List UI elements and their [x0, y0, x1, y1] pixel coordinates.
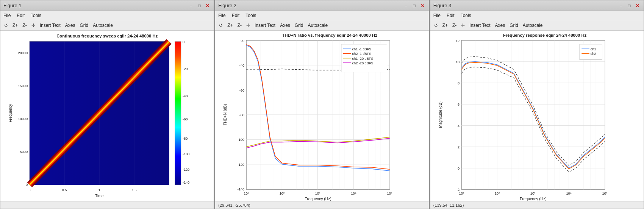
- svg-text:12: 12: [456, 39, 460, 43]
- figure3-pan-button[interactable]: ✛: [460, 23, 466, 28]
- figure3-autoscale-button[interactable]: Autoscale: [522, 23, 544, 28]
- svg-text:10⁴: 10⁴: [351, 192, 356, 195]
- yaxis-label-20000: 20000: [18, 51, 28, 55]
- svg-text:10⁵: 10⁵: [387, 192, 392, 195]
- figure2-rotate-icon[interactable]: ↺: [218, 23, 224, 28]
- figure1-zoomout-button[interactable]: Z-: [22, 23, 27, 28]
- svg-text:-20: -20: [239, 39, 244, 43]
- figure2-menubar: File Edit Tools: [215, 11, 428, 20]
- figure2-grid-button[interactable]: Grid: [294, 23, 304, 28]
- figure3-controls: − □ ✕: [618, 3, 641, 9]
- figure2-minimize-button[interactable]: −: [403, 3, 409, 9]
- figure2-axes-button[interactable]: Axes: [279, 23, 291, 28]
- xaxis-label-0: 0: [29, 188, 31, 192]
- figure2-statusbar: (29.641, -25.784): [215, 201, 428, 209]
- figure3-window: Figure 3 − □ ✕ File Edit Tools ↺ Z+ Z- ✛…: [430, 0, 644, 209]
- xaxis-label-1.5: 1.5: [132, 188, 137, 192]
- figure1-menu-edit[interactable]: Edit: [17, 13, 25, 18]
- figure1-menubar: File Edit Tools: [0, 11, 214, 20]
- svg-text:-80: -80: [239, 113, 244, 117]
- figure1-rotate-icon[interactable]: ↺: [3, 23, 9, 28]
- figure2-zoomout-button[interactable]: Z-: [237, 23, 242, 28]
- legend-ch1-1dbfs: ch1 -1 dBFS: [352, 47, 372, 51]
- yaxis-label-0: 0: [26, 183, 28, 187]
- svg-text:-140: -140: [238, 187, 244, 191]
- figure3-menu-tools[interactable]: Tools: [461, 13, 471, 18]
- figure2-autoscale-button[interactable]: Autoscale: [307, 23, 329, 28]
- figure2-menu-tools[interactable]: Tools: [245, 13, 256, 18]
- figure2-xaxis-title: Frequency (Hz): [305, 197, 331, 201]
- figure2-menu-file[interactable]: File: [218, 13, 225, 18]
- figure3-titlebar: Figure 3 − □ ✕: [430, 0, 644, 11]
- yaxis-title: Frequency: [8, 104, 13, 122]
- figure1-pan-button[interactable]: ✛: [31, 23, 36, 28]
- colorbar-label-120: -120: [183, 168, 189, 172]
- svg-text:10³: 10³: [315, 192, 320, 195]
- figure2-close-button[interactable]: ✕: [420, 3, 426, 9]
- colorbar-label-20: -20: [183, 67, 188, 71]
- figure2-zoomin-button[interactable]: Z+: [227, 23, 233, 28]
- figure3-svg: Frequency response eqiir 24-24 48000 Hz: [430, 31, 644, 201]
- figure1-axes-button[interactable]: Axes: [64, 23, 76, 28]
- figure3-close-button[interactable]: ✕: [635, 3, 641, 9]
- svg-rect-7: [175, 42, 181, 185]
- figure1-statusbar: [0, 201, 214, 209]
- figure3-plot-title: Frequency response eqiir 24-24 48000 Hz: [503, 33, 586, 37]
- figure1-close-button[interactable]: ✕: [205, 3, 211, 9]
- figure1-menu-tools[interactable]: Tools: [31, 13, 41, 18]
- figure3-toolbar: ↺ Z+ Z- ✛ Insert Text Axes Grid Autoscal…: [430, 20, 644, 31]
- colorbar-label-0: 0: [183, 40, 184, 44]
- figure1-menu-file[interactable]: File: [3, 13, 11, 18]
- xaxis-label-0.5: 0.5: [62, 188, 67, 192]
- figure3-yaxis-title: Magnitude (dB): [438, 101, 442, 128]
- figure3-maximize-button[interactable]: □: [626, 3, 632, 9]
- figure2-svg: THD+N ratio vs. frequency eqiir 24-24 48…: [215, 31, 428, 201]
- figure3-zoomout-button[interactable]: Z-: [452, 23, 457, 28]
- legend-ch2-20dbfs: ch2 -20 dBFS: [352, 61, 374, 65]
- figure3-zoomin-button[interactable]: Z+: [442, 23, 449, 28]
- figure3-axes-button[interactable]: Axes: [494, 23, 506, 28]
- figure3-menu-edit[interactable]: Edit: [447, 13, 455, 18]
- colorbar-label-80: -80: [183, 137, 188, 140]
- figure1-plot-title: Continuous frequency sweep eqiir 24-24 4…: [56, 34, 158, 38]
- colorbar-label-60: -60: [183, 117, 188, 121]
- figure1-titlebar: Figure 1 − □ ✕: [0, 0, 214, 11]
- figure3-xaxis-title: Frequency (Hz): [520, 197, 546, 201]
- figure2-status-text: (29.641, -25.784): [218, 203, 250, 207]
- yaxis-label-5000: 5000: [20, 150, 28, 154]
- figure1-inserttext-button[interactable]: Insert Text: [39, 23, 61, 28]
- figure2-toolbar: ↺ Z+ Z- ✛ Insert Text Axes Grid Autoscal…: [215, 20, 428, 31]
- colorbar-label-100: -100: [183, 152, 189, 156]
- figure2-inserttext-button[interactable]: Insert Text: [254, 23, 276, 28]
- figure3-menu-file[interactable]: File: [433, 13, 441, 18]
- figure2-controls: − □ ✕: [403, 3, 426, 9]
- figure2-menu-edit[interactable]: Edit: [232, 13, 240, 18]
- figure1-maximize-button[interactable]: □: [196, 3, 202, 9]
- figure2-title: Figure 2: [218, 3, 236, 8]
- svg-text:10: 10: [456, 60, 460, 64]
- legend-ch2: ch2: [590, 52, 596, 56]
- xaxis-label-1: 1: [98, 188, 100, 192]
- svg-text:4: 4: [458, 124, 460, 128]
- svg-text:10²: 10²: [280, 192, 284, 195]
- figure1-zoomin-button[interactable]: Z+: [12, 23, 19, 28]
- svg-text:0: 0: [458, 167, 460, 170]
- figure3-minimize-button[interactable]: −: [618, 3, 624, 9]
- colorbar-label-40: -40: [183, 94, 188, 98]
- svg-text:8: 8: [458, 81, 460, 85]
- figure3-inserttext-button[interactable]: Insert Text: [469, 23, 491, 28]
- figure2-titlebar: Figure 2 − □ ✕: [215, 0, 428, 11]
- figure1-minimize-button[interactable]: −: [188, 3, 194, 9]
- figure1-plot: Continuous frequency sweep eqiir 24-24 4…: [0, 31, 214, 201]
- figure2-maximize-button[interactable]: □: [411, 3, 417, 9]
- yaxis-label-10000: 10000: [18, 117, 28, 121]
- figure3-rotate-icon[interactable]: ↺: [433, 23, 439, 28]
- figure3-grid-button[interactable]: Grid: [509, 23, 519, 28]
- svg-text:10¹: 10¹: [459, 192, 464, 195]
- figure2-pan-button[interactable]: ✛: [245, 23, 251, 28]
- legend-ch1: ch1: [590, 47, 596, 51]
- figure1-grid-button[interactable]: Grid: [79, 23, 89, 28]
- figure1-autoscale-button[interactable]: Autoscale: [92, 23, 114, 28]
- figure3-statusbar: (139.54, 11.162): [430, 201, 644, 209]
- svg-text:-40: -40: [239, 64, 244, 67]
